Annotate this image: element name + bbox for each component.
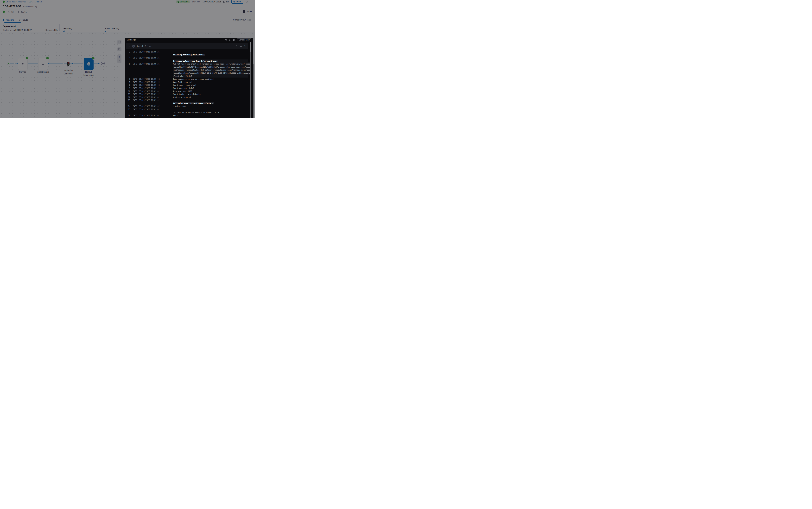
log-line: 3INFO15/09/2022 16:09:35 [125, 50, 248, 54]
log-line: 7INFO15/09/2022 16:09:42Base Path: chart… [125, 80, 248, 84]
maximize-icon[interactable] [229, 39, 231, 41]
log-line: 14INFO15/09/2022 16:09:42- values.yaml [125, 105, 248, 108]
log-line: _achyuth/d605e19b46448ceaacb01fb4c19633a… [125, 66, 248, 69]
log-line: 12INFO15/09/2022 16:09:42Region: us-east… [125, 96, 248, 99]
search-icon[interactable] [225, 39, 227, 41]
step-logs-drawer: Step Logs Console View ✓ Fetch Files 9s … [125, 38, 253, 118]
log-line: repository/helm/source/93602db7-89f2-317… [125, 71, 248, 75]
log-lines: 3INFO15/09/2022 16:09:35Starting fetchin… [125, 50, 248, 117]
log-scrollbar[interactable] [250, 42, 251, 118]
step-section-header[interactable]: ✓ Fetch Files 9s [126, 43, 248, 49]
log-line: -out/darwin-fastbuild/bin/260-delegate/e… [125, 69, 248, 72]
log-line: Following were fetched successfully : [125, 102, 248, 105]
open-in-new-icon[interactable] [233, 39, 235, 41]
drawer-title: Step Logs [127, 39, 136, 41]
log-line: 9INFO15/09/2022 16:09:42Chart version: 0… [125, 87, 248, 90]
log-line: 11INFO15/09/2022 16:09:42Chart bucket: a… [125, 93, 248, 96]
drawer-header: Step Logs Console View [125, 38, 253, 42]
log-line: 16INFO15/09/2022 16:09:42Done. [125, 114, 248, 117]
step-name: Fetch Files [137, 45, 151, 47]
log-line: t/test-chart/0.1.0 [125, 75, 248, 78]
log-line: 13INFO15/09/2022 16:09:42 [125, 99, 248, 102]
chevron-down-icon[interactable] [128, 45, 130, 47]
step-duration: 9s [244, 45, 246, 47]
log-line: 6INFO15/09/2022 16:09:42Helm repository:… [125, 77, 248, 80]
log-line: 8INFO15/09/2022 16:09:42Chart name: test… [125, 84, 248, 87]
log-line: Fetching values.yaml from helm chart rep… [125, 60, 248, 63]
step-success-icon: ✓ [132, 45, 135, 47]
log-line: 4INFO15/09/2022 16:09:35 [125, 57, 248, 60]
log-line: 10INFO15/09/2022 16:09:42Helm version: V… [125, 90, 248, 93]
page-scrollbar-thumb[interactable] [253, 64, 254, 118]
page-scrollbar[interactable] [253, 38, 254, 118]
arrow-down-icon[interactable] [240, 45, 242, 47]
log-line: Fetching helm values completed successfu… [125, 111, 248, 114]
log-line: Starting fetching Helm values [125, 54, 248, 57]
log-line: 5INFO15/09/2022 16:09:35Did not find the… [125, 62, 248, 66]
clipped-log-line: m go:11716 } [168, 49, 226, 50]
console-view-button[interactable]: Console View [237, 38, 251, 41]
log-line: 15INFO15/09/2022 16:09:42 [125, 108, 248, 111]
arrow-up-icon[interactable] [236, 45, 238, 47]
log-scrollbar-thumb[interactable] [250, 52, 251, 118]
